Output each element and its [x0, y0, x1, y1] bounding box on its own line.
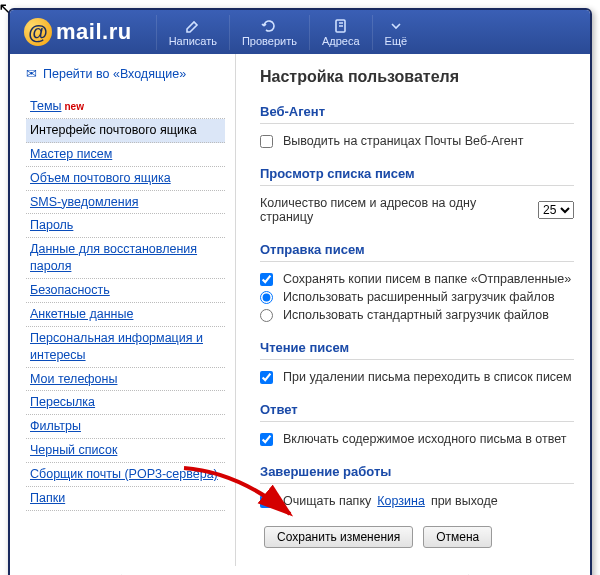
reply-include-row[interactable]: Включать содержимое исходного письма в о…: [260, 430, 574, 448]
reply-include-label: Включать содержимое исходного письма в о…: [283, 432, 567, 446]
send-uploader-adv-radio[interactable]: [260, 291, 273, 304]
nav-compose-button[interactable]: Написать: [156, 15, 229, 50]
webagent-show-checkbox[interactable]: [260, 135, 273, 148]
sidebar-item[interactable]: Интерфейс почтового ящика: [26, 119, 225, 143]
app-window: @ mail.ru Написать Проверить Адреса Ещё: [8, 8, 592, 575]
nav-check-label: Проверить: [242, 35, 297, 47]
section-listview-title: Просмотр списка писем: [260, 166, 574, 186]
refresh-icon: [261, 18, 277, 34]
logo-at-icon: @: [24, 18, 52, 46]
envelope-icon: ✉: [26, 66, 37, 81]
webagent-show-label: Выводить на страницах Почты Веб-Агент: [283, 134, 523, 148]
listview-perpage-select[interactable]: 25: [538, 201, 574, 219]
nav-more-label: Ещё: [385, 35, 408, 47]
addressbook-icon: [333, 18, 349, 34]
nav-addresses-button[interactable]: Адреса: [309, 15, 372, 50]
sidebar-item-link[interactable]: Мастер писем: [30, 147, 112, 161]
new-badge: new: [64, 101, 83, 112]
section-webagent: Веб-Агент Выводить на страницах Почты Ве…: [260, 104, 574, 150]
logout-clear-row[interactable]: Очищать папку Корзина при выходе: [260, 492, 574, 510]
section-send: Отправка писем Сохранять копии писем в п…: [260, 242, 574, 324]
listview-perpage-row: Количество писем и адресов на одну стран…: [260, 194, 574, 226]
sidebar-item[interactable]: Пересылка: [26, 391, 225, 415]
sidebar-item-link[interactable]: Папки: [30, 491, 65, 505]
read-gotolist-label: При удалении письма переходить в список …: [283, 370, 572, 384]
sidebar-item[interactable]: Безопасность: [26, 279, 225, 303]
send-savecopy-row[interactable]: Сохранять копии писем в папке «Отправлен…: [260, 270, 574, 288]
cancel-button[interactable]: Отмена: [423, 526, 492, 548]
sidebar-item-link[interactable]: Фильтры: [30, 419, 81, 433]
sidebar-item-link[interactable]: Темы: [30, 99, 61, 113]
sidebar-item[interactable]: Персональная информация и интересы: [26, 327, 225, 368]
page-title: Настройка пользователя: [260, 68, 574, 86]
section-webagent-title: Веб-Агент: [260, 104, 574, 124]
logout-trash-link[interactable]: Корзина: [377, 494, 425, 508]
goto-inbox-link[interactable]: Перейти во «Входящие»: [43, 67, 186, 81]
section-logout: Завершение работы Очищать папку Корзина …: [260, 464, 574, 510]
send-uploader-std-radio[interactable]: [260, 309, 273, 322]
nav-compose-label: Написать: [169, 35, 217, 47]
sidebar-item[interactable]: SMS-уведомления: [26, 191, 225, 215]
section-read: Чтение писем При удалении письма переход…: [260, 340, 574, 386]
sidebar-item-link[interactable]: SMS-уведомления: [30, 195, 138, 209]
sidebar-item[interactable]: Сборщик почты (POP3-сервера): [26, 463, 225, 487]
chevron-down-icon: [388, 18, 404, 34]
sidebar-item[interactable]: Папки: [26, 487, 225, 511]
sidebar-item-link[interactable]: Персональная информация и интересы: [30, 331, 203, 362]
sidebar-item[interactable]: Мои телефоны: [26, 368, 225, 392]
sidebar-item-link[interactable]: Пароль: [30, 218, 73, 232]
send-savecopy-checkbox[interactable]: [260, 273, 273, 286]
nav-more-button[interactable]: Ещё: [372, 15, 420, 50]
sidebar-item-link[interactable]: Черный список: [30, 443, 117, 457]
sidebar-item[interactable]: Мастер писем: [26, 143, 225, 167]
section-read-title: Чтение писем: [260, 340, 574, 360]
sidebar-item-link[interactable]: Мои телефоны: [30, 372, 117, 386]
read-gotolist-checkbox[interactable]: [260, 371, 273, 384]
logout-clear-checkbox[interactable]: [260, 495, 273, 508]
webagent-show-row[interactable]: Выводить на страницах Почты Веб-Агент: [260, 132, 574, 150]
logout-clear-post: при выходе: [431, 494, 498, 508]
torn-edge-decoration: [10, 566, 590, 575]
logout-clear-pre: Очищать папку: [283, 494, 371, 508]
section-logout-title: Завершение работы: [260, 464, 574, 484]
sidebar-item[interactable]: Объем почтового ящика: [26, 167, 225, 191]
logo-text: mail.ru: [56, 19, 132, 45]
sidebar-item-link[interactable]: Пересылка: [30, 395, 95, 409]
sidebar-list: ТемыnewИнтерфейс почтового ящикаМастер п…: [26, 95, 225, 511]
sidebar: ✉ Перейти во «Входящие» ТемыnewИнтерфейс…: [10, 54, 236, 566]
sidebar-item-link[interactable]: Сборщик почты (POP3-сервера): [30, 467, 218, 481]
content: ✉ Перейти во «Входящие» ТемыnewИнтерфейс…: [10, 54, 590, 566]
sidebar-item[interactable]: Темыnew: [26, 95, 225, 119]
save-button[interactable]: Сохранить изменения: [264, 526, 413, 548]
send-uploader-adv-label: Использовать расширенный загрузчик файло…: [283, 290, 555, 304]
top-nav: Написать Проверить Адреса Ещё: [156, 15, 419, 50]
section-listview: Просмотр списка писем Количество писем и…: [260, 166, 574, 226]
sidebar-item-link[interactable]: Безопасность: [30, 283, 110, 297]
read-gotolist-row[interactable]: При удалении письма переходить в список …: [260, 368, 574, 386]
send-savecopy-label: Сохранять копии писем в папке «Отправлен…: [283, 272, 571, 286]
nav-addresses-label: Адреса: [322, 35, 360, 47]
send-uploader-std-label: Использовать стандартный загрузчик файло…: [283, 308, 549, 322]
logo[interactable]: @ mail.ru: [10, 18, 150, 46]
reply-include-checkbox[interactable]: [260, 433, 273, 446]
sidebar-item[interactable]: Фильтры: [26, 415, 225, 439]
section-reply-title: Ответ: [260, 402, 574, 422]
sidebar-item-link[interactable]: Данные для восстановления пароля: [30, 242, 197, 273]
sidebar-item-link[interactable]: Анкетные данные: [30, 307, 133, 321]
sidebar-item[interactable]: Данные для восстановления пароля: [26, 238, 225, 279]
goto-inbox-row: ✉ Перейти во «Входящие»: [26, 66, 225, 81]
section-send-title: Отправка писем: [260, 242, 574, 262]
sidebar-item-link[interactable]: Интерфейс почтового ящика: [30, 123, 197, 137]
sidebar-item[interactable]: Пароль: [26, 214, 225, 238]
main-panel: Настройка пользователя Веб-Агент Выводит…: [236, 54, 590, 566]
send-uploader-adv-row[interactable]: Использовать расширенный загрузчик файло…: [260, 288, 574, 306]
listview-perpage-label: Количество писем и адресов на одну стран…: [260, 196, 532, 224]
pencil-icon: [185, 18, 201, 34]
section-reply: Ответ Включать содержимое исходного пись…: [260, 402, 574, 448]
button-bar: Сохранить изменения Отмена: [264, 526, 574, 548]
sidebar-item-link[interactable]: Объем почтового ящика: [30, 171, 171, 185]
send-uploader-std-row[interactable]: Использовать стандартный загрузчик файло…: [260, 306, 574, 324]
sidebar-item[interactable]: Черный список: [26, 439, 225, 463]
sidebar-item[interactable]: Анкетные данные: [26, 303, 225, 327]
nav-check-button[interactable]: Проверить: [229, 15, 309, 50]
